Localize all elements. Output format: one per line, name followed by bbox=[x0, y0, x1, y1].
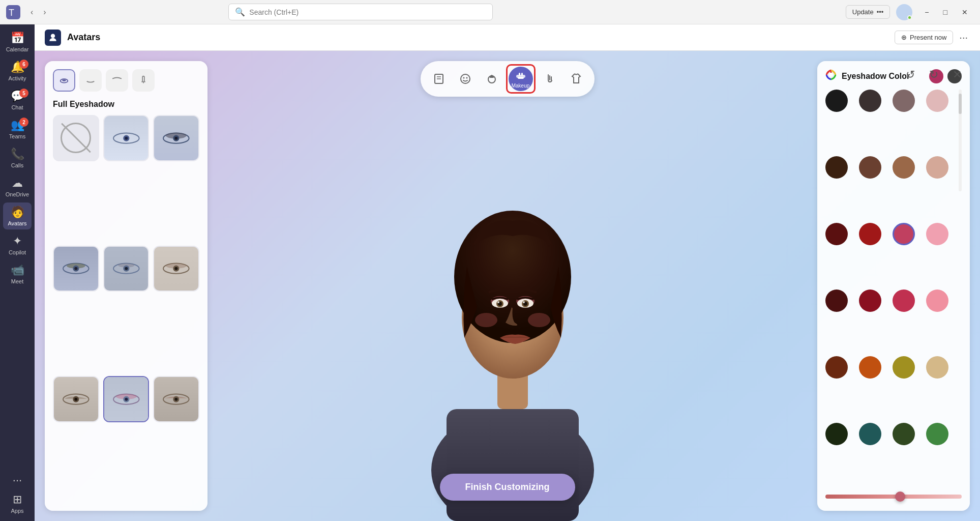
eye-thumb-3 bbox=[54, 247, 98, 291]
sidebar-item-onedrive[interactable]: ☁ OneDrive bbox=[3, 173, 32, 200]
svg-rect-11 bbox=[519, 73, 520, 76]
color-swatch-14[interactable] bbox=[893, 290, 915, 312]
color-swatch-13[interactable] bbox=[859, 290, 881, 312]
redo-button[interactable]: ↻ bbox=[926, 65, 941, 84]
color-swatch-21[interactable] bbox=[859, 423, 881, 445]
color-swatch-10[interactable] bbox=[893, 223, 915, 245]
sidebar-item-activity[interactable]: 🔔 6 Activity bbox=[3, 57, 32, 84]
svg-point-42 bbox=[125, 398, 128, 401]
undo-button[interactable]: ↺ bbox=[903, 65, 918, 84]
update-button[interactable]: Update ••• bbox=[846, 5, 890, 19]
color-swatch-12[interactable] bbox=[825, 290, 848, 312]
style-item-3[interactable] bbox=[53, 246, 99, 292]
color-swatch-6[interactable] bbox=[893, 156, 915, 179]
sidebar-label-apps: Apps bbox=[11, 508, 23, 514]
color-swatch-2[interactable] bbox=[893, 90, 915, 112]
svg-point-8 bbox=[466, 77, 467, 79]
color-swatch-8[interactable] bbox=[825, 223, 848, 245]
content-area: Avatars ⊕ Present now ··· bbox=[35, 24, 980, 521]
color-swatch-5[interactable] bbox=[859, 156, 881, 179]
more-icon: ··· bbox=[13, 474, 22, 487]
color-swatch-1[interactable] bbox=[859, 90, 881, 112]
sidebar-label-avatars: Avatars bbox=[8, 220, 26, 226]
workspace: Makeup bbox=[35, 51, 980, 521]
tab-lower-eyeshadow[interactable] bbox=[79, 69, 102, 92]
color-swatch-7[interactable] bbox=[926, 156, 948, 179]
color-swatch-19[interactable] bbox=[926, 356, 948, 379]
style-item-4[interactable] bbox=[103, 246, 150, 292]
color-swatch-17[interactable] bbox=[859, 356, 881, 379]
avatars-icon: 🧑 bbox=[11, 206, 24, 219]
makeup-btn-wrapper: Makeup bbox=[506, 64, 536, 94]
color-swatch-9[interactable] bbox=[859, 223, 881, 245]
color-swatch-22[interactable] bbox=[893, 423, 915, 445]
color-swatch-23[interactable] bbox=[926, 423, 948, 445]
forward-button[interactable]: › bbox=[39, 6, 50, 19]
scrollbar-track[interactable] bbox=[959, 90, 962, 191]
svg-rect-47 bbox=[447, 409, 579, 521]
search-bar[interactable]: 🔍 bbox=[228, 4, 493, 20]
color-swatch-18[interactable] bbox=[893, 356, 915, 379]
color-swatch-11[interactable] bbox=[926, 223, 948, 245]
user-avatar[interactable] bbox=[896, 4, 912, 20]
present-now-button[interactable]: ⊕ Present now bbox=[895, 31, 953, 44]
workspace-close-button[interactable]: ✕ bbox=[949, 65, 965, 84]
activity-badge: 6 bbox=[19, 60, 28, 69]
color-swatch-16[interactable] bbox=[825, 356, 848, 379]
right-panel: Eyeshadow Color bbox=[817, 61, 970, 511]
svg-rect-16 bbox=[142, 76, 144, 82]
sidebar-label-activity: Activity bbox=[9, 75, 26, 81]
style-item-none[interactable] bbox=[53, 115, 99, 161]
minimize-button[interactable]: − bbox=[918, 6, 935, 18]
back-button[interactable]: ‹ bbox=[26, 6, 37, 19]
sidebar-item-copilot[interactable]: ✦ Copilot bbox=[3, 231, 32, 258]
style-item-1[interactable] bbox=[103, 115, 150, 161]
slider-thumb[interactable] bbox=[895, 491, 905, 502]
search-icon: 🔍 bbox=[235, 7, 245, 17]
sidebar-item-calls[interactable]: 📞 Calls bbox=[3, 144, 32, 171]
tab-full-eyeshadow[interactable] bbox=[53, 69, 75, 92]
style-item-5[interactable] bbox=[153, 246, 199, 292]
present-now-icon: ⊕ bbox=[901, 34, 907, 41]
style-item-6[interactable] bbox=[53, 376, 99, 422]
toolbar-gesture-button[interactable] bbox=[538, 67, 562, 91]
svg-text:T: T bbox=[9, 8, 14, 18]
tab-mascara[interactable] bbox=[132, 69, 155, 92]
update-dots: ••• bbox=[877, 8, 884, 16]
color-swatch-4[interactable] bbox=[825, 156, 848, 179]
color-swatch-20[interactable] bbox=[825, 423, 848, 445]
present-now-label: Present now bbox=[910, 34, 946, 41]
finish-customizing-button[interactable]: Finish Customizing bbox=[440, 474, 575, 501]
toolbar-hair-button[interactable] bbox=[480, 67, 504, 91]
sidebar-item-avatars[interactable]: 🧑 Avatars bbox=[3, 202, 32, 229]
sidebar-item-chat[interactable]: 💬 5 Chat bbox=[3, 86, 32, 113]
color-swatch-3[interactable] bbox=[926, 90, 948, 112]
style-item-2[interactable] bbox=[153, 115, 199, 161]
window-controls: − □ ✕ bbox=[918, 6, 974, 18]
close-button[interactable]: ✕ bbox=[956, 6, 974, 18]
toolbar-face-button[interactable] bbox=[453, 67, 478, 91]
sidebar-item-meet[interactable]: 📹 Meet bbox=[3, 260, 32, 287]
sidebar-item-apps[interactable]: ⊞ Apps bbox=[3, 490, 32, 517]
svg-point-60 bbox=[523, 301, 525, 303]
sidebar-item-more[interactable]: ··· bbox=[3, 471, 32, 490]
svg-point-7 bbox=[463, 77, 464, 79]
sidebar-item-calendar[interactable]: 📅 Calendar bbox=[3, 28, 32, 55]
style-item-7[interactable] bbox=[103, 376, 150, 422]
app-header: Avatars ⊕ Present now ··· bbox=[35, 24, 980, 51]
toolbar-makeup-button[interactable]: Makeup bbox=[509, 67, 533, 91]
opacity-slider[interactable] bbox=[825, 495, 962, 499]
search-input[interactable] bbox=[249, 8, 486, 16]
tab-eyeliner[interactable] bbox=[106, 69, 128, 92]
sidebar-item-teams[interactable]: 👥 2 Teams bbox=[3, 115, 32, 142]
toolbar-pose-button[interactable] bbox=[427, 67, 451, 91]
scrollbar-thumb[interactable] bbox=[959, 94, 962, 114]
color-swatch-0[interactable] bbox=[825, 90, 848, 112]
header-more-button[interactable]: ··· bbox=[957, 30, 970, 45]
color-swatch-15[interactable] bbox=[926, 290, 948, 312]
svg-point-19 bbox=[125, 136, 128, 139]
style-item-8[interactable] bbox=[153, 376, 199, 422]
svg-point-15 bbox=[62, 79, 66, 81]
maximize-button[interactable]: □ bbox=[937, 6, 954, 18]
toolbar-outfit-button[interactable] bbox=[564, 67, 588, 91]
